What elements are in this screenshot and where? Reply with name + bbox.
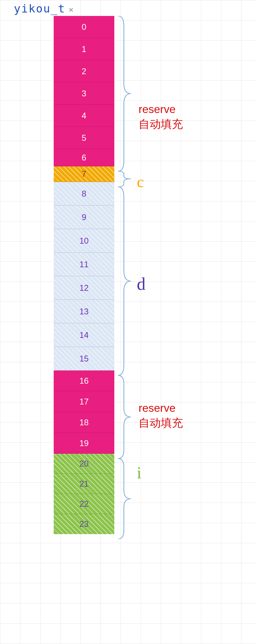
byte-index: 0 bbox=[82, 22, 86, 32]
label-reserve-1: reserve 自动填充 bbox=[139, 102, 183, 132]
byte-cell: 8 bbox=[54, 182, 114, 206]
byte-index: 3 bbox=[82, 89, 86, 98]
byte-index: 1 bbox=[82, 44, 86, 54]
byte-index: 6 bbox=[82, 153, 86, 163]
byte-index: 17 bbox=[79, 397, 89, 407]
byte-index: 16 bbox=[79, 376, 89, 386]
label-reserve-2: reserve 自动填充 bbox=[139, 401, 183, 430]
byte-cell: 19 bbox=[54, 433, 114, 454]
byte-cell: 9 bbox=[54, 206, 114, 229]
byte-index: 12 bbox=[79, 283, 89, 293]
byte-cell: 15 bbox=[54, 347, 114, 371]
byte-cell: 5 bbox=[54, 127, 114, 149]
byte-index: 14 bbox=[79, 330, 89, 340]
byte-cell: 23 bbox=[54, 514, 114, 534]
label-reserve-2-line1: reserve bbox=[139, 401, 183, 416]
byte-cell: 6 bbox=[54, 149, 114, 166]
label-i: i bbox=[137, 462, 141, 484]
byte-cell: 4 bbox=[54, 105, 114, 127]
byte-index: 2 bbox=[82, 67, 86, 76]
struct-title: yikou_t bbox=[14, 2, 65, 15]
byte-index: 8 bbox=[82, 189, 86, 199]
label-reserve-1-line1: reserve bbox=[139, 102, 183, 117]
byte-index: 22 bbox=[79, 499, 89, 509]
byte-cell: 1 bbox=[54, 38, 114, 60]
byte-cell: 2 bbox=[54, 60, 114, 82]
byte-index: 5 bbox=[82, 133, 86, 143]
byte-index: 10 bbox=[79, 236, 89, 246]
byte-cell: 11 bbox=[54, 253, 114, 276]
byte-cell: 3 bbox=[54, 82, 114, 105]
struct-title-row: yikou_t × bbox=[14, 2, 73, 15]
byte-cell: 0 bbox=[54, 16, 114, 38]
byte-index: 19 bbox=[79, 438, 89, 448]
byte-cell: 18 bbox=[54, 412, 114, 433]
byte-cell: 13 bbox=[54, 300, 114, 323]
byte-index: 4 bbox=[82, 111, 86, 121]
byte-index: 21 bbox=[79, 479, 89, 489]
byte-index: 13 bbox=[79, 307, 89, 316]
byte-cell: 20 bbox=[54, 454, 114, 474]
annotation-layer: reserve 自动填充 c d reserve 自动填充 i bbox=[116, 16, 241, 626]
byte-index: 18 bbox=[79, 418, 89, 427]
close-icon: × bbox=[69, 6, 73, 15]
label-reserve-1-line2: 自动填充 bbox=[139, 117, 183, 132]
byte-index: 23 bbox=[79, 519, 89, 529]
byte-cell: 12 bbox=[54, 276, 114, 300]
label-c: c bbox=[137, 171, 144, 193]
byte-index: 7 bbox=[82, 169, 86, 179]
byte-cell: 16 bbox=[54, 371, 114, 391]
label-d: d bbox=[137, 272, 145, 296]
byte-cell: 21 bbox=[54, 474, 114, 494]
byte-cell: 17 bbox=[54, 391, 114, 412]
byte-cell: 7 bbox=[54, 166, 114, 182]
byte-index: 20 bbox=[79, 459, 89, 469]
byte-index: 15 bbox=[79, 354, 89, 364]
label-reserve-2-line2: 自动填充 bbox=[139, 416, 183, 430]
byte-cell: 22 bbox=[54, 494, 114, 514]
byte-index: 11 bbox=[79, 260, 89, 269]
byte-stack: 01234567891011121314151617181920212223 bbox=[54, 16, 114, 534]
byte-cell: 14 bbox=[54, 323, 114, 347]
byte-index: 9 bbox=[82, 212, 86, 222]
byte-cell: 10 bbox=[54, 229, 114, 253]
